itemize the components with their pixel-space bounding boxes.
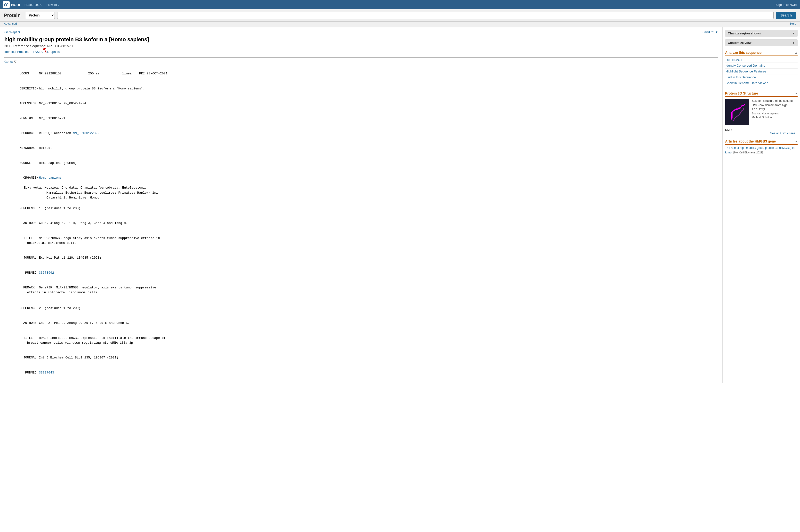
change-region-chevron: ▼	[792, 32, 795, 35]
record-divider	[4, 57, 718, 58]
version-line: VERSIONNP_001288157.1	[4, 111, 718, 126]
protein-title: high mobility group protein B3 isoform a…	[4, 36, 718, 43]
articles-title: Articles about the HMGB3 gene ▲	[725, 137, 798, 145]
authors1-label: AUTHORS	[19, 221, 39, 226]
articles-scroll-up[interactable]: ▲	[795, 139, 798, 143]
signin-link[interactable]: Sign in to NCBI	[776, 3, 797, 6]
pubmed2-link[interactable]: 33727043	[39, 371, 54, 375]
dbsource-link[interactable]: NM_001301228.2	[73, 131, 99, 135]
reference1-line: REFERENCE1 (residues 1 to 200)	[4, 201, 718, 216]
reference1-value: 1 (residues 1 to 200)	[39, 207, 80, 210]
keywords-line: KEYWORDSRefSeq.	[4, 141, 718, 155]
p3d-pdb: PDB: 2YQI	[752, 107, 798, 112]
genpept-link[interactable]: GenPept ▼	[4, 30, 21, 34]
dbsource-label: DBSOURCE	[19, 131, 39, 136]
articles-section: Articles about the HMGB3 gene ▲ The role…	[725, 137, 798, 156]
protein-3d-content: Solution structure of the second HMG-box…	[725, 97, 798, 127]
remark1-line: REMARKGeneRIF: MiR-93/HMGB3 regulatory a…	[4, 281, 718, 300]
keywords-value: RefSeq.	[39, 146, 52, 150]
analyze-scroll-up[interactable]: ▲	[795, 51, 798, 54]
reference2-value: 2 (residues 1 to 200)	[39, 306, 80, 310]
title2-label: TITLE	[19, 336, 39, 341]
customize-view-header[interactable]: Customize view ▼	[725, 39, 797, 46]
see-all-structures-link[interactable]: See all 2 structures...	[725, 132, 798, 135]
keywords-label: KEYWORDS	[19, 146, 39, 151]
goto-row: Go to: ▽	[4, 60, 718, 63]
article1-meta: [Mol Cell Biochem. 2021]	[734, 151, 763, 154]
protein-3d-section: Protein 3D Structure ▲ Solution structur…	[725, 90, 798, 135]
dbsource-line: DBSOURCEREFSEQ: accession NM_001301228.2	[4, 126, 718, 140]
authors1-line: AUTHORSGu M, Jiang Z, Li H, Peng J, Chen…	[4, 216, 718, 230]
definition-label: DEFINITION	[19, 86, 39, 91]
identical-proteins-link[interactable]: Identical Proteins	[4, 50, 28, 54]
locus-label: LOCUS	[19, 71, 39, 76]
remark1-label: REMARK	[19, 285, 39, 290]
ncbi-logo[interactable]: NCBI	[3, 1, 20, 8]
svg-point-0	[5, 4, 7, 6]
refseq-id: NCBI Reference Sequence: NP_001288157.1	[4, 44, 718, 48]
ncbi-logo-icon	[3, 1, 10, 8]
authors1-value: Gu M, Jiang Z, Li H, Peng J, Chen X and …	[39, 221, 128, 225]
definition-line: DEFINITIONhigh mobility group protein B3…	[4, 81, 718, 96]
locus-line: LOCUSNP_001288157 200 aa linear PRI 03-O…	[4, 66, 718, 81]
fasta-link[interactable]: FASTA	[33, 50, 43, 54]
advanced-search-link[interactable]: Advanced	[4, 22, 17, 25]
goto-link[interactable]: Go to:	[4, 60, 13, 63]
version-label: VERSION	[19, 116, 39, 121]
graphics-link[interactable]: Graphics	[47, 50, 60, 54]
pubmed2-label: PUBMED	[19, 370, 39, 375]
accession-value: NP_001288157 XP_005274724	[39, 101, 86, 105]
search-bar-area: Protein Protein Nucleotide Gene PubMed S…	[0, 9, 800, 22]
search-input[interactable]	[57, 12, 774, 19]
pubmed1-label: PUBMED	[19, 270, 39, 276]
find-in-sequence-link[interactable]: Find in this Sequence	[725, 74, 798, 80]
howto-menu[interactable]: How To ▽	[46, 3, 60, 6]
definition-value: high mobility group protein B3 isoform a…	[39, 87, 145, 90]
main-content: GenPept ▼ Send to: ▼ high mobility group…	[0, 27, 800, 383]
send-to-chevron: ▼	[715, 30, 718, 34]
send-to-button[interactable]: Send to: ▼	[703, 30, 718, 34]
identify-conserved-link[interactable]: Identify Conserved Domains	[725, 63, 798, 69]
protein-3d-image[interactable]	[725, 99, 749, 125]
record-toolbar: GenPept ▼ Send to: ▼	[4, 30, 718, 34]
locus-value: NP_001288157 200 aa linear PRI 03-OCT-20…	[39, 72, 168, 75]
database-select[interactable]: Protein Nucleotide Gene PubMed	[26, 12, 55, 19]
dbsource-pre: REFSEQ: accession	[39, 131, 73, 135]
p3d-source: Source: Homo sapiens	[752, 112, 798, 116]
reference2-label: REFERENCE	[19, 306, 39, 311]
pubmed1-line: PUBMED33773992	[4, 266, 718, 280]
sidebar: Change region shown ▼ Customize view ▼ A…	[722, 27, 800, 383]
help-link[interactable]: Help	[790, 22, 796, 25]
organism-line: ORGANISMHomo sapiens	[4, 171, 718, 185]
authors2-line: AUTHORSChen Z, Pei L, Zhang D, Xu F, Zho…	[4, 316, 718, 330]
authors2-value: Chen Z, Pei L, Zhang D, Xu F, Zhou E and…	[39, 321, 130, 325]
reference2-line: REFERENCE2 (residues 1 to 200)	[4, 301, 718, 316]
title1-label: TITLE	[19, 236, 39, 241]
organism-link[interactable]: Homo sapiens	[39, 176, 61, 179]
format-links: Identical Proteins FASTA Graphics	[4, 50, 60, 54]
protein-3d-info: Solution structure of the second HMG-box…	[752, 99, 798, 119]
pubmed1-link[interactable]: 33773992	[39, 271, 54, 274]
p3d-method: Method: Solution	[752, 115, 798, 119]
page-title: Protein	[4, 13, 23, 18]
resources-menu[interactable]: Resources ▽	[24, 3, 42, 6]
howto-chevron: ▽	[58, 3, 60, 6]
highlight-features-link[interactable]: Highlight Sequence Features	[725, 69, 798, 74]
pubmed2-line: PUBMED33727043	[4, 365, 718, 380]
p3d-scroll-up[interactable]: ▲	[795, 92, 798, 95]
article1-link[interactable]: The role of high mobility group protein …	[725, 146, 795, 154]
nmr-label: NMR	[725, 128, 798, 132]
source-value: Homo sapiens (human)	[39, 161, 77, 165]
title1-line: TITLEMiR-93/HMGB3 regulatory axis exerts…	[4, 231, 718, 251]
search-button[interactable]: Search	[776, 12, 796, 19]
change-region-label: Change region shown	[728, 32, 761, 35]
resources-chevron: ▽	[40, 3, 42, 6]
customize-view-label: Customize view	[728, 41, 751, 44]
journal1-label: JOURNAL	[19, 255, 39, 260]
analyze-title: Analyze this sequence ▲	[725, 49, 798, 56]
run-blast-link[interactable]: Run BLAST	[725, 57, 798, 63]
show-in-gdv-link[interactable]: Show in Genome Data Viewer	[725, 80, 798, 86]
record-body: LOCUSNP_001288157 200 aa linear PRI 03-O…	[4, 66, 718, 380]
change-region-header[interactable]: Change region shown ▼	[725, 30, 797, 37]
goto-dropdown-icon[interactable]: ▽	[14, 60, 17, 63]
